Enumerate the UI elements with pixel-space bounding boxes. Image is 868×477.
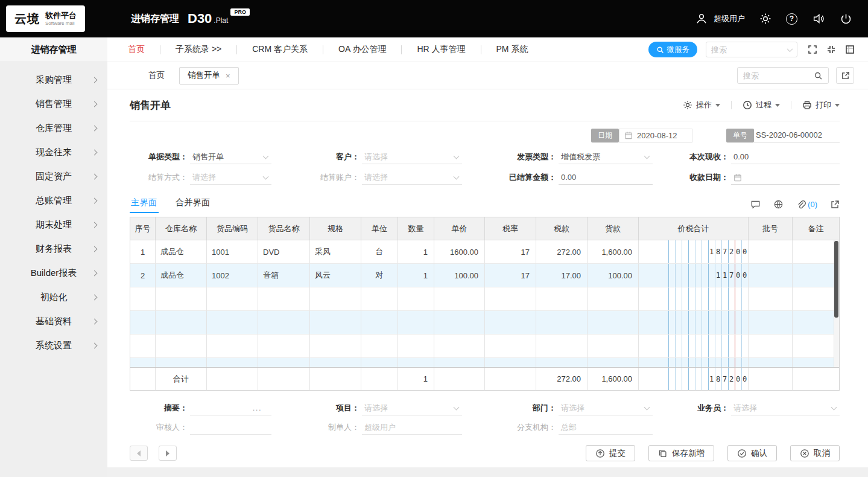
tab-main-view[interactable]: 主界面 — [130, 197, 159, 213]
cell-amount[interactable]: 100.00 — [588, 264, 639, 287]
nav-item-crm[interactable]: CRM 客户关系 — [237, 44, 323, 55]
cell-warehouse[interactable]: 成品仓 — [156, 240, 207, 264]
cell-qty[interactable]: 1 — [398, 264, 434, 287]
tab-merged-view[interactable]: 合并界面 — [174, 197, 212, 213]
cell-price[interactable]: 100.00 — [434, 264, 485, 287]
process-dropdown[interactable]: 过程 — [743, 100, 780, 110]
cell-code[interactable]: 1001 — [207, 240, 258, 264]
cell-total[interactable]: 187200 — [639, 240, 749, 264]
cell-tax[interactable]: 17.00 — [536, 264, 588, 287]
close-tab-icon[interactable]: × — [226, 71, 230, 80]
operate-dropdown[interactable]: 操作 — [683, 100, 720, 110]
microservice-button[interactable]: 微服务 — [648, 42, 698, 57]
sidebar-item-warehouse[interactable]: 仓库管理 — [0, 116, 107, 140]
nav-item-hr[interactable]: HR 人事管理 — [402, 44, 480, 55]
tab-search-input[interactable] — [743, 71, 810, 80]
project-select[interactable]: 请选择 — [362, 401, 462, 415]
cell-code[interactable]: 1002 — [207, 264, 258, 287]
cell-seq[interactable]: 2 — [130, 264, 156, 287]
tab-sales-order[interactable]: 销售开单 × — [179, 67, 239, 85]
prev-record-button[interactable] — [130, 446, 148, 461]
settle-method-select[interactable]: 请选择 — [190, 170, 271, 185]
bill-type-select[interactable]: 销售开单 — [190, 150, 271, 164]
grid-scrollbar[interactable] — [834, 240, 839, 367]
table-row-empty[interactable] — [130, 311, 839, 335]
related-doc-button[interactable] — [750, 199, 761, 210]
next-record-button[interactable] — [159, 446, 177, 461]
cell-unit[interactable]: 台 — [361, 240, 398, 264]
nav-item-oa[interactable]: OA 办公管理 — [323, 44, 401, 55]
table-row[interactable]: 2 成品仓 1002 音箱 风云 对 1 100.00 17 17.00 100… — [130, 264, 839, 287]
auditor-input[interactable] — [190, 420, 271, 435]
sidebar-item-cash[interactable]: 现金往来 — [0, 140, 107, 164]
receipt-date-input[interactable] — [731, 170, 840, 185]
cell-taxrate[interactable]: 17 — [485, 240, 536, 264]
cell-name[interactable]: 音箱 — [258, 264, 310, 287]
sidebar-item-financial-reports[interactable]: 财务报表 — [0, 237, 107, 261]
nav-item-pm[interactable]: PM 系统 — [481, 44, 543, 55]
global-search-input[interactable] — [711, 45, 788, 54]
cell-spec[interactable]: 采风 — [310, 240, 361, 264]
nav-item-home[interactable]: 首页 — [121, 44, 160, 55]
summary-more-button[interactable]: ... — [253, 403, 262, 412]
nav-item-subsystem[interactable]: 子系统录 >> — [160, 44, 236, 55]
invoice-type-select[interactable]: 增值税发票 — [559, 150, 653, 164]
cell-total[interactable]: 11700 — [639, 264, 749, 287]
cell-price[interactable]: 1600.00 — [434, 240, 485, 264]
sidebar-item-builder-reports[interactable]: Builder报表 — [0, 261, 107, 285]
tab-search-box[interactable] — [737, 67, 829, 84]
sidebar-item-general-ledger[interactable]: 总账管理 — [0, 188, 107, 213]
cell-warehouse[interactable]: 成品仓 — [156, 264, 207, 287]
summary-text-input[interactable]: ... — [190, 401, 271, 415]
settle-account-select[interactable]: 请选择 — [362, 170, 462, 185]
settled-amount-input[interactable]: 0.00 — [559, 170, 653, 185]
table-row-empty[interactable] — [130, 358, 839, 367]
sidebar-item-fixed-assets[interactable]: 固定资产 — [0, 164, 107, 188]
preview-button[interactable] — [773, 199, 784, 210]
customer-select[interactable]: 请选择 — [362, 150, 462, 164]
table-row-empty[interactable] — [130, 287, 839, 311]
billno-input[interactable]: SS-2020-06-00002 — [754, 129, 840, 142]
open-new-window-button[interactable] — [836, 67, 854, 84]
cancel-button[interactable]: 取消 — [790, 445, 840, 461]
cell-batch[interactable] — [749, 240, 793, 264]
cell-batch[interactable] — [749, 264, 793, 287]
cell-tax[interactable]: 272.00 — [536, 240, 588, 264]
department-select[interactable]: 请选择 — [559, 401, 653, 415]
submit-button[interactable]: 提交 — [586, 445, 635, 461]
fullscreen-icon[interactable] — [808, 45, 817, 54]
sidebar-item-purchase[interactable]: 采购管理 — [0, 68, 107, 92]
help-button[interactable]: ? — [786, 13, 797, 25]
cell-unit[interactable]: 对 — [361, 264, 398, 287]
cell-taxrate[interactable]: 17 — [485, 264, 536, 287]
tab-home[interactable]: 首页 — [134, 70, 179, 81]
save-new-button[interactable]: 保存新增 — [648, 445, 714, 461]
sidebar-item-initialization[interactable]: 初始化 — [0, 285, 107, 309]
cell-note[interactable] — [793, 240, 839, 264]
settings-button[interactable] — [759, 13, 771, 25]
sidebar-item-period-end[interactable]: 期末处理 — [0, 213, 107, 237]
sidebar-item-base-data[interactable]: 基础资料 — [0, 309, 107, 333]
announcement-button[interactable] — [812, 12, 825, 25]
confirm-button[interactable]: 确认 — [727, 445, 777, 461]
received-input[interactable]: 0.00 — [731, 150, 840, 164]
cell-amount[interactable]: 1,600.00 — [588, 240, 639, 264]
cell-spec[interactable]: 风云 — [310, 264, 361, 287]
cell-name[interactable]: DVD — [258, 240, 310, 264]
global-search-select[interactable] — [706, 42, 797, 57]
table-row-empty[interactable] — [130, 335, 839, 358]
cell-seq[interactable]: 1 — [130, 240, 156, 264]
expand-window-icon[interactable] — [845, 45, 855, 54]
cell-note[interactable] — [793, 264, 839, 287]
attachment-button[interactable]: (0) — [796, 200, 817, 210]
search-icon[interactable] — [814, 71, 823, 80]
cell-qty[interactable]: 1 — [398, 240, 434, 264]
date-input[interactable]: 2020-08-12 — [619, 129, 692, 142]
restore-window-icon[interactable] — [826, 45, 836, 54]
table-row[interactable]: 1 成品仓 1001 DVD 采风 台 1 1600.00 17 272.00 … — [130, 240, 839, 264]
scrollbar-thumb[interactable] — [834, 241, 838, 318]
sidebar-item-sales[interactable]: 销售管理 — [0, 92, 107, 116]
grid-fullscreen-button[interactable] — [830, 200, 840, 210]
sidebar-item-system-settings[interactable]: 系统设置 — [0, 333, 107, 357]
logout-button[interactable] — [840, 13, 852, 25]
